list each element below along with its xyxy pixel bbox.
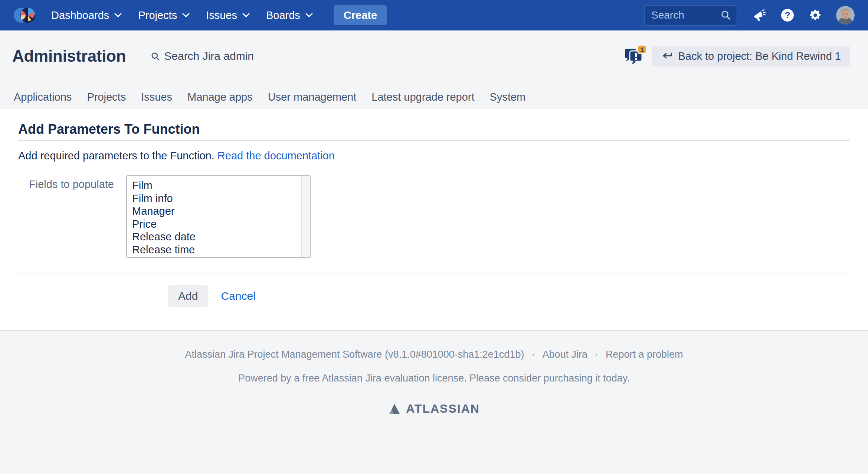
admin-search[interactable] <box>150 50 283 62</box>
listbox-option[interactable]: Film <box>132 179 299 192</box>
about-jira-link[interactable]: About Jira <box>542 349 587 360</box>
create-button[interactable]: Create <box>334 5 387 25</box>
add-button[interactable]: Add <box>168 285 208 307</box>
listbox-option[interactable]: Release date <box>132 230 299 243</box>
atlassian-wordmark: ATLASSIAN <box>406 402 480 416</box>
nav-menu-dashboards[interactable]: Dashboards <box>51 9 122 22</box>
search-input[interactable] <box>651 9 720 21</box>
report-problem-link[interactable]: Report a problem <box>606 349 683 360</box>
nav-menu-label: Issues <box>206 9 237 22</box>
listbox-option[interactable]: Price <box>132 218 299 231</box>
listbox-option[interactable]: Release time <box>132 243 299 256</box>
field-label: Fields to populate <box>18 175 114 258</box>
nav-menu-projects[interactable]: Projects <box>138 9 190 22</box>
gear-icon <box>809 9 822 22</box>
form-divider <box>18 273 850 273</box>
footer-separator: · <box>531 349 535 360</box>
back-button-label: Back to project: Be Kind Rewind 1 <box>678 50 841 62</box>
chevron-down-icon <box>305 13 313 18</box>
footer-license-text: Powered by a free Atlassian Jira evaluat… <box>0 373 868 384</box>
tab-latest-upgrade-report[interactable]: Latest upgrade report <box>371 91 474 103</box>
search-icon <box>150 51 160 61</box>
atlassian-mark-icon <box>388 403 401 415</box>
jira-logo-icon[interactable] <box>13 5 36 25</box>
fields-listbox[interactable]: Film Film info Manager Price Release dat… <box>126 175 311 258</box>
quick-search[interactable] <box>644 5 737 26</box>
search-icon <box>720 10 731 21</box>
help-button[interactable]: ? <box>781 9 794 22</box>
listbox-scrollbar[interactable] <box>301 176 310 257</box>
atlassian-logo-link[interactable]: ATLASSIAN <box>0 402 868 416</box>
settings-button[interactable] <box>809 9 822 22</box>
admin-search-input[interactable] <box>164 50 283 62</box>
fields-form-row: Fields to populate Film Film info Manage… <box>18 175 850 258</box>
form-actions: Add Cancel <box>168 285 850 307</box>
tab-system[interactable]: System <box>490 91 526 103</box>
description-text: Add required parameters to the Function. <box>18 150 217 162</box>
nav-menu-issues[interactable]: Issues <box>206 9 250 22</box>
chevron-down-icon <box>182 13 190 18</box>
page-title: Administration <box>12 47 126 65</box>
megaphone-icon <box>752 9 766 22</box>
tab-issues[interactable]: Issues <box>141 91 172 103</box>
top-navbar: Dashboards Projects Issues Boards Create <box>0 0 868 30</box>
avatar-photo <box>836 6 855 25</box>
footer-version-text: Atlassian Jira Project Management Softwa… <box>185 349 524 360</box>
back-to-project-button[interactable]: Back to project: Be Kind Rewind 1 <box>652 46 850 66</box>
cancel-link[interactable]: Cancel <box>221 290 255 302</box>
main-content: Add Parameters To Function Add required … <box>0 109 868 330</box>
chevron-down-icon <box>114 13 122 18</box>
nav-menu-label: Boards <box>266 9 300 22</box>
navbar-right-cluster: ? <box>644 5 855 26</box>
help-glyph: ? <box>785 10 790 20</box>
user-avatar[interactable] <box>836 6 855 25</box>
feedback-button[interactable] <box>752 9 766 22</box>
admin-header: Administration 1 <box>0 30 868 109</box>
admin-tab-bar: Applications Projects Issues Manage apps… <box>14 91 541 103</box>
nav-menu-label: Dashboards <box>51 9 109 22</box>
tab-user-management[interactable]: User management <box>268 91 357 103</box>
listbox-option[interactable]: Film info <box>132 192 299 205</box>
page-footer: Atlassian Jira Project Management Softwa… <box>0 330 868 474</box>
notification-badge: 1 <box>640 46 643 53</box>
tab-projects[interactable]: Projects <box>87 91 126 103</box>
return-arrow-icon <box>661 52 672 60</box>
section-heading: Add Parameters To Function <box>18 121 850 141</box>
tab-applications[interactable]: Applications <box>14 91 72 103</box>
documentation-link[interactable]: Read the documentation <box>217 150 335 162</box>
listbox-option[interactable]: Manager <box>132 205 299 218</box>
nav-menu-label: Projects <box>138 9 177 22</box>
nav-menu-boards[interactable]: Boards <box>266 9 313 22</box>
notifications-icon[interactable]: 1 <box>624 45 647 69</box>
section-description: Add required parameters to the Function.… <box>18 150 850 162</box>
help-icon: ? <box>781 9 794 22</box>
tab-manage-apps[interactable]: Manage apps <box>187 91 253 103</box>
chevron-down-icon <box>242 13 250 18</box>
footer-separator: · <box>595 349 598 360</box>
footer-meta-row: Atlassian Jira Project Management Softwa… <box>0 331 868 360</box>
